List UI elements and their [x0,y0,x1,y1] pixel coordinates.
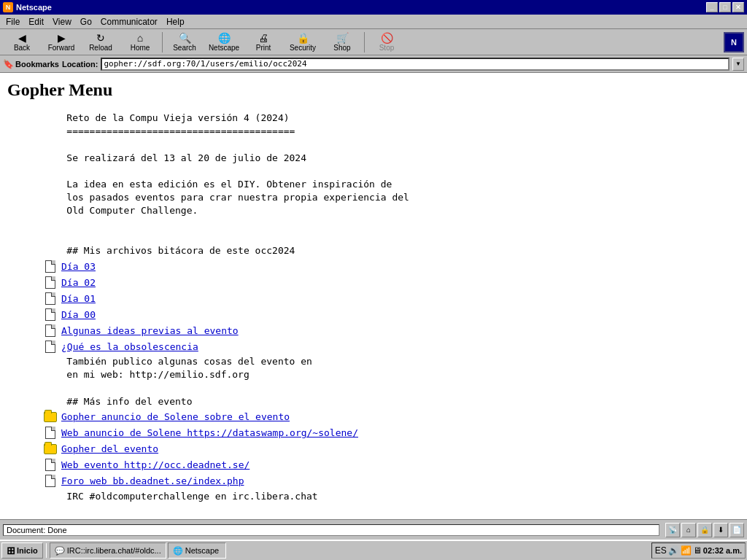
location-input[interactable] [101,58,729,71]
status-icon-download[interactable]: ⬇ [713,523,728,537]
gopher-link[interactable]: Web anuncio de Solene https://dataswamp.… [61,427,358,438]
system-tray: ES 🔊 📶 🖥 02:32 a.m. [651,542,746,559]
reload-button[interactable]: ↻ Reload [82,31,120,54]
gopher-link[interactable]: Foro web bb.deadnet.se/index.php [61,475,244,486]
status-icon-doc[interactable]: 📄 [729,523,744,537]
gopher-link[interactable]: Día 02 [61,277,96,288]
gopher-link[interactable]: Día 00 [61,309,96,320]
window-title: Netscape [16,3,52,12]
list-item: Gopher del evento [7,442,740,456]
taskbar-item-irc-label: IRC::irc.libera.chat/#oldc... [67,546,161,555]
doc-icon [44,474,57,489]
shop-button[interactable]: 🛒 Shop [323,31,361,54]
bookmark-icon: 🔖 [3,59,14,69]
taskbar-item-netscape-label: Netscape [185,546,219,555]
reload-label: Reload [89,44,112,52]
footer-text: IRC #oldcomputerchallenge en irc.libera.… [7,490,740,503]
search-label: Search [173,44,196,52]
print-icon: 🖨 [258,32,268,44]
status-icon-home[interactable]: ⌂ [681,523,696,537]
menu-edit[interactable]: Edit [24,15,48,28]
location-scroll[interactable]: ▼ [732,58,744,71]
bookmarks-label[interactable]: Bookmarks [15,60,59,69]
security-button[interactable]: 🔒 Security [284,31,322,54]
info-links-list: Gopher anuncio de Solene sobre el evento… [7,410,740,489]
print-button[interactable]: 🖨 Print [244,31,282,54]
tray-icon-monitor: 🖥 [693,545,702,556]
start-label: Inicio [17,546,38,555]
menu-file[interactable]: File [1,15,24,28]
start-icon: ⊞ [7,545,15,556]
doc-icon [44,426,57,440]
stop-label: Stop [379,44,395,52]
gopher-link[interactable]: Gopher del evento [61,443,158,454]
gopher-link[interactable]: Día 01 [61,293,96,304]
back-button[interactable]: ◀ Back [3,31,41,54]
close-button[interactable]: ✕ [732,2,744,12]
back-label: Back [14,44,30,52]
gopher-link[interactable]: Web evento http://occ.deadnet.se/ [61,459,249,470]
netscape-button[interactable]: 🌐 Netscape [205,31,243,54]
status-text: Document: Done [3,524,659,536]
bookmarks-section: 🔖 Bookmarks [3,59,59,69]
content-area: Gopher Menu Reto de la Compu Vieja versi… [0,73,747,519]
toolbar-separator-1 [162,32,163,52]
doc-icon [44,291,57,306]
tray-time: 02:32 a.m. [703,546,742,555]
minimize-button[interactable]: _ [706,2,718,12]
start-button[interactable]: ⊞ Inicio [1,542,43,559]
doc-icon [44,275,57,289]
menu-view[interactable]: View [48,15,76,28]
folder-icon [44,442,57,456]
forward-icon: ▶ [58,32,66,44]
stop-button[interactable]: 🚫 Stop [368,31,406,54]
print-label: Print [256,44,271,52]
location-label: Location: [62,60,98,69]
taskbar-item-irc[interactable]: 💬 IRC::irc.libera.chat/#oldc... [50,542,166,559]
taskbar-separator [46,543,47,558]
home-icon: ⌂ [137,32,143,44]
tray-lang: ES [655,545,667,556]
taskbar-item-irc-icon: 💬 [55,546,65,556]
list-item: ¿Qué es la obsolescencia [7,339,740,354]
list-item: Foro web bb.deadnet.se/index.php [7,474,740,489]
doc-icon [44,339,57,354]
maximize-button[interactable]: □ [719,2,731,12]
gopher-link[interactable]: Algunas ideas previas al evento [61,325,239,336]
taskbar-item-netscape[interactable]: 🌐 Netscape [168,542,226,559]
gopher-link[interactable]: Día 03 [61,261,96,272]
doc-icon [44,323,57,338]
list-item: Día 03 [7,259,740,273]
window-controls: _ □ ✕ [706,2,744,12]
home-label: Home [131,44,150,52]
menu-go[interactable]: Go [76,15,96,28]
netscape-label: Netscape [209,44,239,52]
taskbar-item-netscape-icon: 🌐 [173,546,183,556]
gopher-link[interactable]: ¿Qué es la obsolescencia [61,341,198,352]
forward-button[interactable]: ▶ Forward [42,31,80,54]
status-icon-signal[interactable]: 📡 [665,523,680,537]
menu-communicator[interactable]: Communicator [96,15,162,28]
security-label: Security [290,44,316,52]
back-icon: ◀ [18,32,26,44]
menu-bar: File Edit View Go Communicator Help [0,15,747,29]
shop-label: Shop [333,44,350,52]
app-icon: N [3,2,13,12]
netscape-logo-text: N [731,38,737,47]
list-item: Web anuncio de Solene https://dataswamp.… [7,426,740,440]
home-button[interactable]: ⌂ Home [121,31,159,54]
doc-icon [44,458,57,472]
search-button[interactable]: 🔍 Search [166,31,204,54]
intro-text: Reto de la Compu Vieja versión 4 (2024) … [7,112,740,257]
toolbar-separator-2 [364,32,365,52]
status-icon-lock[interactable]: 🔒 [697,523,712,537]
menu-help[interactable]: Help [162,15,189,28]
gopher-link[interactable]: Gopher anuncio de Solene sobre el evento [61,411,290,422]
netscape-logo: N [724,32,744,52]
list-item: Web evento http://occ.deadnet.se/ [7,458,740,472]
taskbar: ⊞ Inicio 💬 IRC::irc.libera.chat/#oldc...… [0,540,747,560]
folder-icon [44,410,57,424]
status-message: Document: Done [7,526,67,534]
tray-icon-network: 📶 [681,545,692,556]
stop-icon: 🚫 [381,32,393,44]
